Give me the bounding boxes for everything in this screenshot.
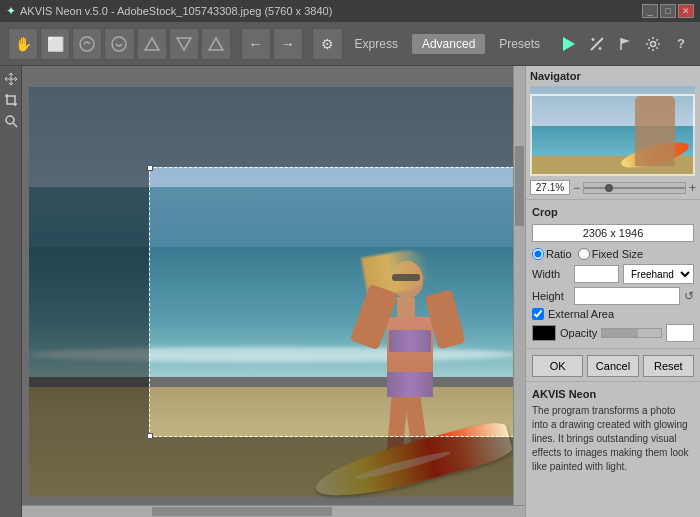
arrow-left-button[interactable]: ← <box>241 28 271 60</box>
opacity-label: Opacity <box>560 327 597 339</box>
title-bar-controls[interactable]: _ □ ✕ <box>642 4 694 18</box>
triangle3-tool-button[interactable] <box>201 28 231 60</box>
svg-line-19 <box>13 123 17 127</box>
mode-tabs: Express Advanced Presets <box>345 34 550 54</box>
width-label: Width <box>532 268 570 280</box>
play-button[interactable] <box>558 33 580 55</box>
opacity-row: Opacity 60 <box>532 324 694 342</box>
tab-express[interactable]: Express <box>345 34 408 54</box>
chain-link-icon[interactable]: ↺ <box>684 289 694 303</box>
svg-marker-2 <box>145 38 159 50</box>
v-scrollbar[interactable] <box>513 66 525 505</box>
crop-handle-bl[interactable] <box>147 433 153 439</box>
opacity-slider[interactable] <box>601 328 662 338</box>
tab-advanced[interactable]: Advanced <box>412 34 485 54</box>
title-bar: ✦ AKVIS Neon v.5.0 - AdobeStock_10574330… <box>0 0 700 22</box>
hand-tool-button[interactable]: ✋ <box>8 28 38 60</box>
app-icon: ✦ <box>6 4 16 18</box>
height-input[interactable] <box>574 287 680 305</box>
crop-handle-tl[interactable] <box>147 165 153 171</box>
overlay-left <box>29 167 149 437</box>
zoom-value-display[interactable]: 27.1% <box>530 180 570 195</box>
svg-rect-13 <box>7 96 15 104</box>
svg-point-12 <box>651 41 656 46</box>
help-icon[interactable]: ? <box>670 33 692 55</box>
flag-icon[interactable] <box>614 33 636 55</box>
brush2-tool-button[interactable] <box>104 28 134 60</box>
opacity-color-swatch[interactable] <box>532 325 556 341</box>
zoom-track <box>584 187 685 189</box>
fixed-size-radio-label[interactable]: Fixed Size <box>578 248 643 260</box>
triangle1-tool-button[interactable] <box>137 28 167 60</box>
ratio-radio-label[interactable]: Ratio <box>532 248 572 260</box>
zoom-out-icon[interactable]: − <box>573 181 580 195</box>
external-area-label: External Area <box>548 308 614 320</box>
zoom-thumb[interactable] <box>605 184 613 192</box>
left-tools-panel <box>0 66 22 517</box>
reset-button[interactable]: Reset <box>643 355 694 377</box>
play-icon <box>563 37 575 51</box>
crop-title: Crop <box>532 206 694 218</box>
zoom-tool-left[interactable] <box>2 112 20 130</box>
svg-marker-11 <box>621 38 630 44</box>
toolbar: ✋ ⬜ ← → ⚙ Express Advanced Presets <box>0 22 700 66</box>
nav-crop-indicator <box>530 94 695 176</box>
zoom-in-icon[interactable]: + <box>689 181 696 195</box>
main-area: Navigator 27.1% − + Cro <box>0 66 700 517</box>
maximize-button[interactable]: □ <box>660 4 676 18</box>
move-tool-left[interactable] <box>2 70 20 88</box>
svg-point-18 <box>6 116 14 124</box>
wand-icon[interactable] <box>586 33 608 55</box>
ratio-label: Ratio <box>546 248 572 260</box>
fixed-size-label: Fixed Size <box>592 248 643 260</box>
ok-button[interactable]: OK <box>532 355 583 377</box>
overlay-top <box>29 87 519 167</box>
svg-marker-3 <box>177 38 191 50</box>
zoom-row: 27.1% − + <box>530 180 696 195</box>
crop-border[interactable] <box>149 167 519 437</box>
arrow-right-button[interactable]: → <box>273 28 303 60</box>
external-area-checkbox[interactable] <box>532 308 544 320</box>
tab-presets[interactable]: Presets <box>489 34 550 54</box>
width-unit-select[interactable]: Freehand px % <box>623 264 694 284</box>
right-panel: Navigator 27.1% − + Cro <box>525 66 700 517</box>
zoom-slider[interactable] <box>583 182 686 194</box>
crop-dimensions: 2306 x 1946 <box>532 224 694 242</box>
svg-marker-4 <box>209 38 223 50</box>
width-row: Width Freehand px % <box>532 264 694 284</box>
height-label: Height <box>532 290 570 302</box>
info-description: The program transforms a photo into a dr… <box>532 404 694 474</box>
action-icons: ? <box>558 33 692 55</box>
image-container <box>29 87 519 497</box>
select-tool-button[interactable]: ⬜ <box>40 28 70 60</box>
fixed-size-radio[interactable] <box>578 248 590 260</box>
navigator-thumbnail <box>530 86 695 176</box>
navigator-section: Navigator 27.1% − + <box>526 66 700 200</box>
close-button[interactable]: ✕ <box>678 4 694 18</box>
crop-section: Crop 2306 x 1946 Ratio Fixed Size Width … <box>526 200 700 349</box>
dialog-buttons-row: OK Cancel Reset <box>526 349 700 382</box>
svg-point-1 <box>112 37 126 51</box>
window-title: AKVIS Neon v.5.0 - AdobeStock_105743308.… <box>20 5 332 17</box>
height-row: Height ↺ <box>532 287 694 305</box>
cancel-button[interactable]: Cancel <box>587 355 638 377</box>
h-scrollbar[interactable] <box>22 505 525 517</box>
brush1-tool-button[interactable] <box>72 28 102 60</box>
settings-button[interactable]: ⚙ <box>312 28 342 60</box>
h-scroll-thumb[interactable] <box>152 507 332 516</box>
width-input[interactable] <box>574 265 619 283</box>
canvas-area[interactable] <box>22 66 525 517</box>
opacity-fill <box>602 329 637 337</box>
opacity-value-input[interactable]: 60 <box>666 324 694 342</box>
v-scroll-thumb[interactable] <box>515 146 524 226</box>
ratio-radio[interactable] <box>532 248 544 260</box>
minimize-button[interactable]: _ <box>642 4 658 18</box>
svg-point-0 <box>80 37 94 51</box>
crop-tool-left[interactable] <box>2 91 20 109</box>
title-bar-left: ✦ AKVIS Neon v.5.0 - AdobeStock_10574330… <box>6 4 332 18</box>
gear-icon[interactable] <box>642 33 664 55</box>
info-title: AKVIS Neon <box>532 388 694 400</box>
triangle2-tool-button[interactable] <box>169 28 199 60</box>
crop-mode-row: Ratio Fixed Size <box>532 248 694 260</box>
info-section: AKVIS Neon The program transforms a phot… <box>526 382 700 480</box>
